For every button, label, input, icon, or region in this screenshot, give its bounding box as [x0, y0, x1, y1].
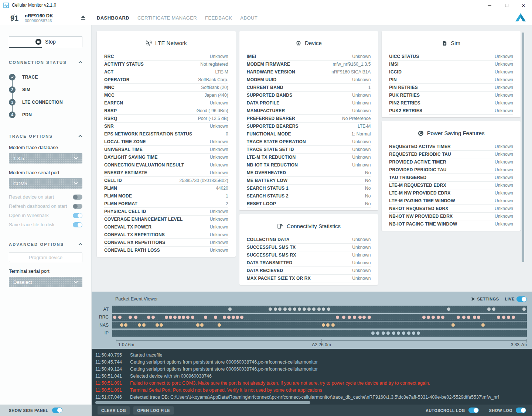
eject-icon[interactable] [81, 15, 86, 22]
show-side-panel-toggle[interactable] [52, 408, 62, 413]
app-icon [3, 3, 9, 8]
field-value: Unknown [210, 217, 228, 222]
toggle-open-in-wireshark[interactable] [73, 213, 82, 218]
field-value: Unknown [495, 183, 513, 188]
card-title: Device [305, 40, 322, 46]
packet-dot [129, 316, 132, 319]
field-value: Unknown [495, 221, 513, 227]
field-label: MAX PACKET SIZE TX OR RX [247, 276, 311, 281]
program-device-button[interactable]: Program device [9, 252, 82, 262]
track-lane[interactable] [112, 306, 527, 313]
field-row: ME BATTERY LOWNo [247, 177, 371, 185]
trace-progress-bar [9, 47, 42, 48]
field-label: REQUESTED PERIODIC TAU [389, 152, 451, 157]
field-value: Unknown [495, 144, 513, 149]
tab-certificate-manager[interactable]: CERTIFICATE MANAGER [137, 15, 197, 21]
field-row: DAYLIGHT SAVING TIMEUnknown [104, 154, 228, 161]
field-value: No [365, 178, 371, 183]
field-value: mfw_nrf9160_1.3.5 [333, 62, 371, 67]
connection-step-pdn: 4PDN [9, 109, 82, 121]
field-row: OPERATORSoftBank Corp. [104, 76, 228, 84]
field-label: PIN RETRIES [389, 85, 418, 90]
advanced-options-header[interactable]: ADVANCED OPTIONS [9, 242, 82, 247]
minimize-button[interactable] [481, 0, 498, 10]
packet-dot [200, 323, 204, 327]
field-row: ME OVERHEATEDNo [247, 169, 371, 177]
step-label: PDN [22, 112, 32, 117]
packet-dot [288, 307, 291, 311]
terminal-serial-port-select[interactable]: Deselect [9, 277, 82, 287]
field-label: SUCCESSFUL SMS TX [247, 245, 296, 250]
field-row: CONNECTION EVALUATION RESULTUnknown [104, 161, 228, 169]
chevron-down-icon [74, 157, 78, 160]
packet-dot [124, 323, 127, 327]
field-label: IMSI [389, 62, 398, 67]
field-value: Unknown [352, 54, 371, 59]
field-value: nRF9160 SICA B1A [331, 69, 371, 75]
field-row: PIN RETRIESUnknown [389, 84, 513, 92]
field-value: Unknown [495, 206, 513, 211]
field-value: Unknown [352, 252, 371, 258]
open-log-file-button[interactable]: OPEN LOG FILE [133, 406, 174, 415]
tab-about[interactable]: ABOUT [240, 15, 258, 21]
dashboard-scrollbar[interactable] [522, 32, 524, 262]
field-row: LOCAL TIME ZONEUnknown [104, 138, 228, 146]
field-value: Unknown [210, 54, 228, 59]
device-selector[interactable]: 91 nRF9160 DK 000960038746 [0, 10, 92, 25]
settings-button[interactable]: SETTINGS [470, 296, 499, 302]
stop-button[interactable]: Stop [9, 36, 82, 47]
log-horizontal-scrollbar[interactable] [95, 401, 310, 404]
field-label: UICC STATUS [389, 54, 419, 59]
close-button[interactable]: × [515, 0, 532, 10]
field-value: Unknown [210, 147, 228, 152]
packet-dot [473, 316, 476, 319]
chip-icon [296, 40, 301, 46]
field-row: TRACE STATE OPERATIONUnknown [247, 138, 371, 146]
trace-options-header[interactable]: TRACE OPTIONS [9, 134, 82, 138]
field-row: MNCSoftBank (20) [104, 84, 228, 92]
dashboard-area: LTE Network RRCUnknownACTIVITY STATUSNot… [92, 25, 532, 405]
field-row: SEARCH STATUS 2No [247, 192, 371, 200]
packet-dot [147, 316, 150, 319]
field-row: ICCIDUnknown [389, 68, 513, 76]
field-value: Not registered [200, 62, 228, 67]
connection-status-header[interactable]: CONNECTION STATUS [9, 60, 82, 65]
field-label: NB-IOT NW PROVIDED EDRX [389, 214, 453, 219]
nrf91-device-icon: 91 [10, 13, 20, 23]
autoscroll-log-toggle[interactable] [468, 408, 479, 413]
toggle-reset-device-on-start[interactable] [73, 195, 82, 200]
packet-dot [138, 323, 141, 327]
field-label: CONEVAL TX POWER [104, 224, 151, 230]
field-value: Unknown [352, 260, 371, 265]
clear-log-button[interactable]: CLEAR LOG [98, 406, 130, 415]
log-lines: 11:50:40.795Started tracefile11:50:45.74… [95, 352, 532, 401]
field-value: 1 [226, 193, 228, 199]
track-lane[interactable] [112, 330, 527, 337]
field-label: TRACE STATE SET ID [247, 147, 294, 152]
show-log-toggle[interactable] [516, 408, 526, 413]
connection-steps: TRACE2SIM3LTE CONNECTION4PDN [9, 71, 82, 121]
track-lane[interactable] [112, 322, 527, 329]
packet-track-rrc: RRC [92, 313, 527, 322]
tab-dashboard[interactable]: DASHBOARD [97, 15, 129, 21]
tab-feedback[interactable]: FEEDBACK [205, 15, 232, 21]
modem-trace-database-select[interactable]: 1.3.5 [9, 153, 82, 164]
log-entry: 11:50:51.041Selected device with s/n 000… [95, 373, 532, 380]
live-toggle[interactable] [516, 296, 527, 302]
modem-trace-serial-port-select[interactable]: COM5 [9, 178, 82, 189]
maximize-button[interactable] [498, 0, 515, 10]
side-panel: Stop CONNECTION STATUS TRACE2SIM3LTE CON… [0, 25, 92, 405]
packet-dot [368, 316, 371, 319]
field-value: Unknown [495, 54, 513, 59]
toggle-knob [474, 408, 478, 413]
toggle-refresh-dashboard-on-start[interactable] [73, 204, 82, 209]
toggle-save-trace-file-to-disk[interactable] [73, 222, 82, 227]
track-lane[interactable] [112, 314, 527, 321]
log-message: Getting serialport options from persiste… [130, 359, 532, 366]
field-row: RSRPGood (-96 dBm) [104, 107, 228, 115]
packet-dot [173, 316, 177, 319]
field-value: Unknown [210, 155, 228, 160]
track-label: NAS [92, 323, 112, 328]
packet-dot [342, 316, 345, 319]
packet-dot [487, 307, 491, 311]
